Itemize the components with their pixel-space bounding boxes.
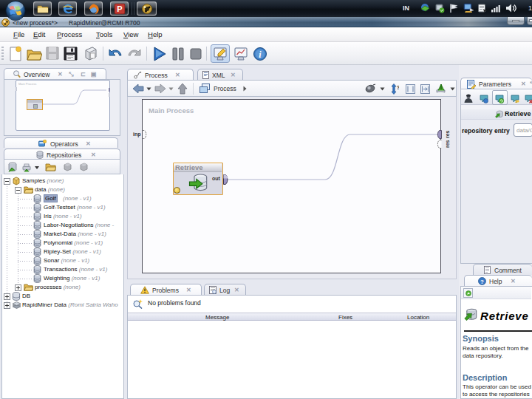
svg-text:?: ? — [397, 84, 400, 91]
svg-text:P: P — [117, 4, 122, 13]
svg-text:?: ? — [480, 279, 484, 285]
